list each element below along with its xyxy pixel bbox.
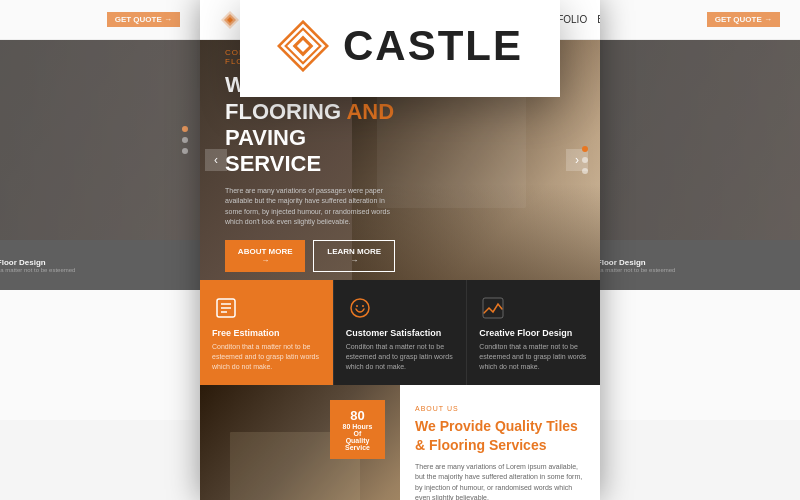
hero-title-part2: PAVING SERVICE — [225, 125, 321, 176]
feature-card-design: Creative Floor Design Conditon that a ma… — [467, 280, 600, 385]
right-feature-cards: 🏠 Free EstimationConditon that a matter … — [600, 240, 800, 290]
feature-card-estimation: Free Estimation Conditon that a matter n… — [200, 280, 334, 385]
nav-blog[interactable]: BLOG — [597, 14, 600, 25]
hero-buttons: ABOUT MORE → LEARN MORE → — [225, 240, 395, 272]
svg-point-10 — [351, 299, 369, 317]
right-services: SERVICES What We Offer It is a long esta… — [600, 420, 800, 500]
feature-cards-row: Free Estimation Conditon that a matter n… — [200, 280, 600, 385]
estimation-title: Free Estimation — [212, 328, 321, 338]
hero-description: There are many variations of passages we… — [225, 186, 395, 228]
right-hero: COMPLETE SOLUTION FOR FLOORING WE PROVID… — [600, 40, 800, 240]
left-about-section: 80 Hours Of Quality Service ABOUT US We … — [0, 290, 200, 420]
design-icon — [479, 294, 507, 322]
left-ghost-panel: CASTLE HOME ABOUT PAGES SERVICES PORTFOL… — [0, 0, 200, 500]
logo-popup: CASTLE — [240, 0, 560, 97]
slide-dot-1[interactable] — [582, 146, 588, 152]
left-services: SERVICES What We Offer It is a long esta… — [0, 420, 200, 500]
right-ghost-panel: CASTLE HOME ABOUT PAGES SERVICES PORTFOL… — [600, 0, 800, 500]
left-hero: COMPLETE SOLUTION FOR FLOORING WE PROVID… — [0, 40, 200, 240]
slide-dot-3[interactable] — [582, 168, 588, 174]
about-title-line2: & Flooring Services — [415, 437, 546, 453]
svg-point-12 — [362, 305, 364, 307]
svg-point-11 — [356, 305, 358, 307]
slide-dots — [582, 146, 588, 174]
svg-rect-13 — [483, 298, 503, 318]
about-section: 80 80 Hours Of Quality Service ABOUT US … — [200, 385, 600, 500]
estimation-desc: Conditon that a matter not to be esteeme… — [212, 342, 321, 371]
about-image: 80 80 Hours Of Quality Service — [200, 385, 400, 500]
left-feature-cards: 🏠 Free EstimationConditon that a matter … — [0, 240, 200, 290]
about-badge-service: Quality Service — [338, 437, 377, 451]
hero-prev-button[interactable]: ‹ — [205, 149, 227, 171]
slide-dot-2[interactable] — [582, 157, 588, 163]
right-navbar: CASTLE HOME ABOUT PAGES SERVICES PORTFOL… — [600, 0, 800, 40]
logo-diamond-icon — [277, 20, 329, 72]
logo-popup-inner: CASTLE — [277, 20, 523, 72]
design-desc: Conditon that a matter not to be esteeme… — [479, 342, 588, 371]
about-label: ABOUT US — [415, 405, 585, 412]
about-badge-label: 80 Hours Of — [338, 423, 377, 437]
hero-title-highlight: AND — [346, 99, 394, 124]
feature-card-satisfaction: Customer Satisfaction Conditon that a ma… — [334, 280, 468, 385]
satisfaction-icon — [346, 294, 374, 322]
logo-brand-text: CASTLE — [343, 22, 523, 70]
about-title: We Provide Quality Tiles & Flooring Serv… — [415, 417, 585, 453]
about-badge-hours: 80 — [338, 408, 377, 423]
about-title-line1: We Provide Quality Tiles — [415, 418, 578, 434]
left-navbar: CASTLE HOME ABOUT PAGES SERVICES PORTFOL… — [0, 0, 200, 40]
estimation-icon — [212, 294, 240, 322]
right-about-section: 80 Hours Of Quality Service ABOUT US We … — [600, 290, 800, 420]
learn-more-button[interactable]: LEARN MORE → — [313, 240, 395, 272]
design-title: Creative Floor Design — [479, 328, 588, 338]
satisfaction-desc: Conditon that a matter not to be esteeme… — [346, 342, 455, 371]
satisfaction-title: Customer Satisfaction — [346, 328, 455, 338]
about-content: ABOUT US We Provide Quality Tiles & Floo… — [400, 385, 600, 500]
logo-icon — [220, 10, 240, 30]
about-more-button[interactable]: ABOUT MORE → — [225, 240, 305, 272]
left-slide-dots — [182, 126, 188, 154]
about-badge: 80 80 Hours Of Quality Service — [330, 400, 385, 459]
about-description: There are many variations of Lorem ipsum… — [415, 462, 585, 500]
